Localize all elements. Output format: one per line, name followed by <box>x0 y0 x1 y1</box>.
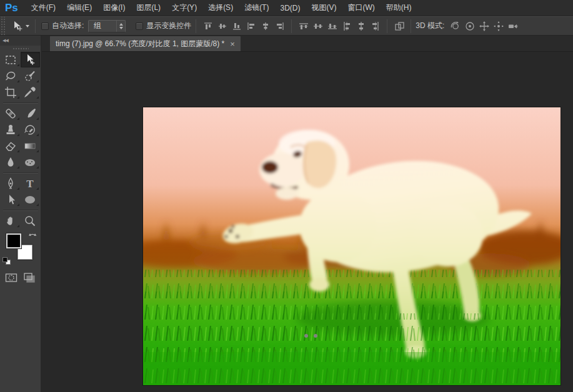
page-dot <box>304 334 308 338</box>
pen-tool[interactable] <box>1 175 21 191</box>
align-vertical-centers-button[interactable] <box>215 19 229 34</box>
align-top-icon <box>202 21 214 32</box>
menu-3d[interactable]: 3D(D) <box>274 0 306 16</box>
page-dot <box>314 334 317 338</box>
tools-panel-grip[interactable] <box>0 46 41 52</box>
crop-icon <box>4 86 17 99</box>
move-tool[interactable] <box>21 52 40 67</box>
clone-stamp-tool[interactable] <box>1 122 21 137</box>
3d-roll-icon <box>464 21 476 32</box>
pen-icon <box>4 177 17 190</box>
distribute-vertical-centers-button[interactable] <box>311 19 325 34</box>
options-bar-grip[interactable] <box>0 17 5 35</box>
history-brush-icon <box>23 123 37 137</box>
auto-select-target-dropdown[interactable]: 组 <box>88 20 126 32</box>
healing-brush-icon <box>4 107 17 120</box>
horizontal-type-tool[interactable]: T <box>21 175 40 191</box>
3d-slide-button[interactable] <box>491 19 506 34</box>
menu-window[interactable]: 窗口(W) <box>342 0 380 16</box>
distribute-right-edges-button[interactable] <box>368 19 382 34</box>
flyout-indicator <box>17 166 19 169</box>
flyout-indicator <box>36 203 39 206</box>
menu-layer[interactable]: 图层(L) <box>131 0 166 16</box>
show-transform-checkbox[interactable] <box>136 22 143 30</box>
eraser-icon <box>4 139 17 153</box>
menu-file[interactable]: 文件(F) <box>26 0 61 16</box>
rectangular-marquee-tool[interactable] <box>1 52 21 67</box>
flyout-indicator <box>36 150 39 152</box>
flyout-indicator <box>36 80 39 82</box>
brush-icon <box>23 107 37 120</box>
flyout-indicator <box>17 96 19 99</box>
close-tab-icon[interactable]: × <box>230 40 235 48</box>
move-tool-preset[interactable] <box>11 20 29 32</box>
3d-rotate-button[interactable] <box>448 19 462 34</box>
menu-select[interactable]: 选择(S) <box>202 0 239 16</box>
menu-view[interactable]: 视图(V) <box>306 0 342 16</box>
crop-tool[interactable] <box>1 84 21 100</box>
flyout-indicator <box>36 134 39 136</box>
3d-camera-button[interactable] <box>506 19 520 34</box>
3d-camera-icon <box>507 21 519 32</box>
3d-drag-icon <box>479 21 490 32</box>
collapse-panel-button[interactable]: ◀◀ <box>0 36 41 46</box>
sponge-tool[interactable] <box>21 154 40 170</box>
separator <box>35 19 36 33</box>
3d-slide-icon <box>493 21 504 32</box>
swap-colors-icon[interactable] <box>28 232 37 240</box>
distribute-top-icon <box>298 21 309 32</box>
3d-drag-button[interactable] <box>477 19 491 34</box>
gradient-tool[interactable] <box>21 138 40 154</box>
document-tab[interactable]: timg (7).jpg @ 66.7% (亮度/对比度 1, 图层蒙版/8) … <box>49 36 241 51</box>
flyout-indicator <box>36 117 39 120</box>
tool-divider <box>1 208 40 212</box>
eraser-tool[interactable] <box>1 138 21 154</box>
path-selection-icon <box>4 193 17 207</box>
document-tab-bar: timg (7).jpg @ 66.7% (亮度/对比度 1, 图层蒙版/8) … <box>42 36 573 52</box>
move-icon <box>23 53 37 67</box>
auto-select-checkbox[interactable] <box>41 22 49 30</box>
quick-mask-mode-button[interactable] <box>4 271 18 285</box>
move-tool-icon <box>11 20 24 32</box>
magnifier-icon <box>23 214 37 228</box>
align-top-edges-button[interactable] <box>201 19 215 34</box>
history-brush-tool[interactable] <box>21 122 40 137</box>
align-right-edges-button[interactable] <box>272 19 287 34</box>
align-bottom-edges-button[interactable] <box>229 19 244 34</box>
menu-image[interactable]: 图像(I) <box>97 0 131 16</box>
document-image[interactable] <box>143 107 561 385</box>
default-colors-icon[interactable] <box>2 257 12 266</box>
distribute-top-edges-button[interactable] <box>296 19 311 34</box>
svg-text:T: T <box>26 177 34 189</box>
distribute-bottom-edges-button[interactable] <box>325 19 339 34</box>
spot-healing-brush-tool[interactable] <box>1 105 21 121</box>
lasso-tool[interactable] <box>1 68 21 84</box>
menu-type[interactable]: 文字(Y) <box>166 0 202 16</box>
foreground-color-swatch[interactable] <box>6 233 21 248</box>
screen-mode-button[interactable] <box>22 271 36 285</box>
auto-align-layers-button[interactable] <box>392 19 406 34</box>
distribute-bottom-icon <box>327 21 338 32</box>
path-selection-tool[interactable] <box>1 192 21 207</box>
blur-tool[interactable] <box>1 154 21 170</box>
quick-selection-tool[interactable] <box>21 68 40 84</box>
menu-help[interactable]: 帮助(H) <box>381 0 417 16</box>
flyout-indicator <box>17 225 19 227</box>
gradient-icon <box>23 139 37 153</box>
distribute-horizontal-centers-button[interactable] <box>354 19 368 34</box>
3d-roll-button[interactable] <box>462 19 477 34</box>
ellipse-shape-tool[interactable] <box>21 192 40 207</box>
align-horizontal-centers-button[interactable] <box>258 19 272 34</box>
lasso-icon <box>4 69 17 83</box>
distribute-left-edges-button[interactable] <box>339 19 354 34</box>
menu-edit[interactable]: 编辑(E) <box>61 0 97 16</box>
brush-tool[interactable] <box>21 105 40 121</box>
tool-divider <box>1 170 40 175</box>
zoom-tool[interactable] <box>21 213 40 228</box>
eyedropper-tool[interactable] <box>21 84 40 100</box>
align-left-edges-button[interactable] <box>244 19 258 34</box>
flyout-indicator <box>17 64 19 66</box>
options-bar: 自动选择: 组 显示变换控件 3D 模式: <box>0 16 573 36</box>
hand-tool[interactable] <box>1 213 21 228</box>
menu-filter[interactable]: 滤镜(T) <box>239 0 274 16</box>
